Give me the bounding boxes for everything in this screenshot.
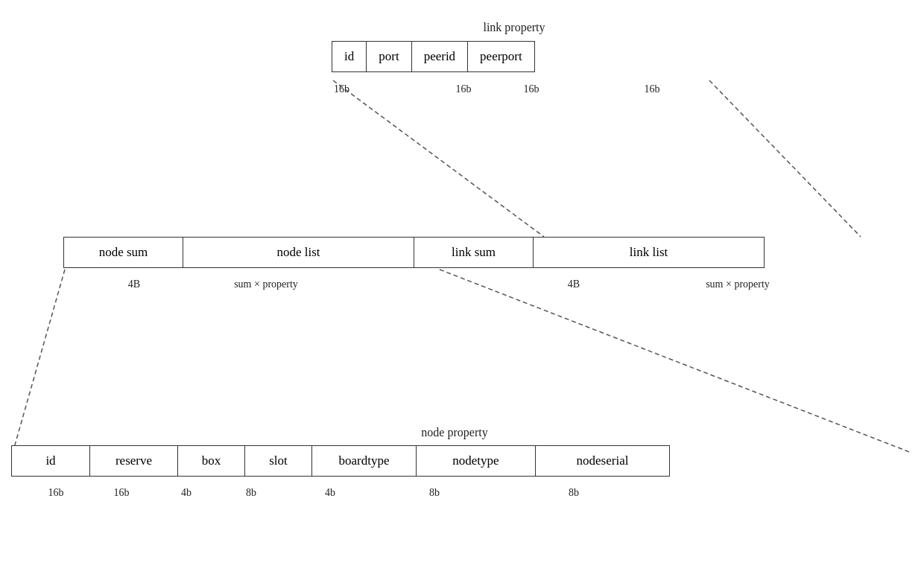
mid-col-node-sum: node sum (64, 238, 183, 268)
node-col-id: id (12, 446, 90, 477)
mid-size-node-list: sum × property (184, 278, 348, 290)
svg-line-1 (709, 80, 861, 237)
node-size-box: 4b (160, 487, 212, 499)
node-col-nodetype: nodetype (417, 446, 536, 477)
link-col-peerport: peerport (468, 42, 535, 72)
node-col-slot: slot (245, 446, 312, 477)
link-size-id: 16b (334, 83, 423, 95)
link-size-port: 16b (434, 83, 493, 95)
node-size-id: 16b (26, 487, 86, 499)
node-size-boardtype: 4b (293, 487, 367, 499)
middle-table: node sum node list link sum link list (63, 237, 765, 268)
link-size-peerid: 16b (501, 83, 561, 95)
link-col-peerid: peerid (411, 42, 467, 72)
mid-size-node-sum: 4B (104, 278, 164, 290)
node-size-slot: 8b (225, 487, 277, 499)
mid-col-node-list: node list (183, 238, 414, 268)
node-col-nodeserial: nodeserial (536, 446, 670, 477)
mid-size-link-list: sum × property (656, 278, 820, 290)
mid-size-link-sum: 4B (544, 278, 604, 290)
node-col-reserve: reserve (90, 446, 178, 477)
node-size-reserve: 16b (84, 487, 159, 499)
svg-line-2 (13, 270, 65, 453)
node-property-table: id reserve box slot boardtype nodetype n… (11, 445, 670, 477)
node-size-nodetype: 8b (397, 487, 472, 499)
link-col-id: id (332, 42, 367, 72)
diagram-container: link property id port peerid peerport 16… (0, 0, 924, 586)
node-property-label: node property (373, 426, 537, 439)
svg-line-0 (333, 80, 544, 237)
link-property-table: id port peerid peerport (332, 41, 535, 72)
mid-col-link-sum: link sum (414, 238, 534, 268)
node-col-box: box (178, 446, 245, 477)
node-col-boardtype: boardtype (312, 446, 417, 477)
node-size-nodeserial: 8b (537, 487, 611, 499)
link-col-port: port (367, 42, 411, 72)
link-property-label: link property (432, 21, 596, 34)
link-size-peerport: 16b (607, 83, 697, 95)
mid-col-link-list: link list (534, 238, 765, 268)
